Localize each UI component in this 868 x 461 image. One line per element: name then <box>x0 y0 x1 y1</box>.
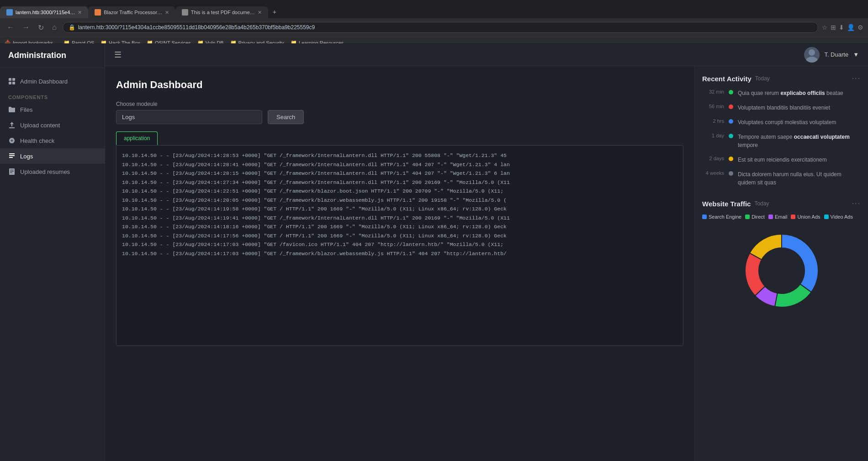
user-dropdown-icon: ▼ <box>853 51 859 58</box>
activity-dot <box>729 171 733 176</box>
activity-item: 2 daysEst sit eum reiciendis exercitatio… <box>702 156 861 164</box>
browser-tab-3[interactable]: This is a test PDF document… ✕ <box>175 6 268 18</box>
browser-tab-2[interactable]: Blazor Traffic Processor… ✕ <box>88 6 175 18</box>
sidebar: Administration Admin Dashboard COMPONENT… <box>0 43 105 461</box>
legend-item: Search Engine <box>702 214 741 220</box>
donut-svg <box>736 225 827 316</box>
tab-icon-3 <box>182 9 188 16</box>
legend-color <box>702 215 707 219</box>
logs-label: Logs <box>20 153 33 160</box>
traffic-title: Website Traffic <box>702 200 751 208</box>
resumes-label: Uploaded resumes <box>20 168 70 175</box>
svg-rect-0 <box>9 78 11 81</box>
legend-label: Union Ads <box>797 214 820 220</box>
sidebar-item-resumes[interactable]: Uploaded resumes <box>0 164 105 179</box>
module-row: Search <box>116 110 683 124</box>
sidebar-item-admin-dashboard[interactable]: Admin Dashboard <box>0 73 105 89</box>
activity-subtitle: Today <box>755 75 770 82</box>
refresh-button[interactable]: ↻ <box>36 22 46 33</box>
svg-rect-2 <box>9 82 11 84</box>
browser-address-bar: ← → ↻ ⌂ 🔒 lantern.htb:3000/?115e4304a1cc… <box>0 18 868 37</box>
url-bar[interactable]: 🔒 lantern.htb:3000/?115e4304a1ccbe850955… <box>63 22 818 33</box>
activity-time: 2 days <box>702 156 724 161</box>
activity-text: Est sit eum reiciendis exercitationem <box>738 156 827 164</box>
back-button[interactable]: ← <box>5 22 16 32</box>
user-menu[interactable]: T. Duarte ▼ <box>804 47 859 63</box>
log-entry: 10.10.14.50 - - [23/Aug/2024:14:28:41 +0… <box>122 160 677 169</box>
content-right: Recent Activity Today ··· 32 minQuia qua… <box>694 66 868 461</box>
resumes-icon <box>8 168 16 175</box>
log-entry: 10.10.14.50 - - [23/Aug/2024:14:17:03 +0… <box>122 249 677 258</box>
hamburger-icon[interactable]: ☰ <box>114 50 122 60</box>
legend-item: Video Ads <box>824 214 853 220</box>
activity-time: 56 min <box>702 104 724 109</box>
new-tab-button[interactable]: + <box>268 5 281 18</box>
download-icon[interactable]: ⬇ <box>839 24 844 31</box>
tab-close-1[interactable]: ✕ <box>78 10 82 16</box>
activity-dot <box>729 134 733 138</box>
log-tab-application[interactable]: application <box>116 131 158 145</box>
legend-color <box>791 215 795 219</box>
search-button[interactable]: Search <box>268 110 304 124</box>
app-title: Administration <box>0 43 105 68</box>
tab-close-2[interactable]: ✕ <box>165 10 169 16</box>
avatar <box>804 47 820 63</box>
donut-chart <box>702 225 861 316</box>
recent-activity-section: Recent Activity Today ··· 32 minQuia qua… <box>702 74 861 187</box>
browser-chrome: lantern.htb:3000/?115e4… ✕ Blazor Traffi… <box>0 0 868 43</box>
settings-icon[interactable]: ⚙ <box>857 24 863 31</box>
health-label: Health check <box>20 137 54 144</box>
log-entry: 10.10.14.50 - - [23/Aug/2024:14:20:05 +0… <box>122 196 677 205</box>
profile-icon[interactable]: 👤 <box>847 24 855 31</box>
dashboard-icon <box>8 78 16 85</box>
avatar-image <box>804 47 820 63</box>
activity-dot <box>729 105 733 109</box>
tab-icon-1 <box>6 9 13 16</box>
recent-activity-header: Recent Activity Today ··· <box>702 74 861 83</box>
svg-rect-1 <box>12 78 15 81</box>
sidebar-item-files[interactable]: Files <box>0 102 105 117</box>
activity-time: 4 weeks <box>702 170 724 176</box>
extension-icon[interactable]: ⊞ <box>831 24 836 31</box>
module-input[interactable] <box>116 110 262 124</box>
sidebar-item-logs[interactable]: Logs <box>0 148 105 164</box>
activity-item: 1 dayTempore autem saepe occaecati volup… <box>702 133 861 149</box>
legend-label: Email <box>775 214 788 220</box>
legend-item: Direct <box>745 214 765 220</box>
app: Administration Admin Dashboard COMPONENT… <box>0 43 868 461</box>
tab-icon-2 <box>95 9 101 16</box>
legend-label: Video Ads <box>831 214 853 220</box>
sidebar-item-health[interactable]: Health check <box>0 133 105 148</box>
legend-item: Union Ads <box>791 214 820 220</box>
log-entry: 10.10.14.50 - - [23/Aug/2024:14:17:56 +0… <box>122 231 677 241</box>
activity-item: 56 minVoluptatem blanditiis blanditiis e… <box>702 104 861 112</box>
log-entry: 10.10.14.50 - - [23/Aug/2024:14:28:15 +0… <box>122 169 677 178</box>
module-label: Choose modeule <box>116 101 683 107</box>
traffic-menu-dots[interactable]: ··· <box>852 199 861 208</box>
sidebar-section-components: COMPONENTS <box>0 89 105 102</box>
activity-item: 2 hrsVoluptates corrupti molestias volup… <box>702 118 861 126</box>
health-icon <box>8 137 16 144</box>
activity-text: Voluptatem blanditiis blanditiis eveniet <box>738 104 830 112</box>
log-viewer[interactable]: 10.10.14.50 - - [23/Aug/2024:14:28:53 +0… <box>116 145 683 346</box>
content-left: Admin Dashboard Choose modeule Search ap… <box>105 66 694 461</box>
logs-icon <box>8 152 16 160</box>
browser-tab-1[interactable]: lantern.htb:3000/?115e4… ✕ <box>0 6 88 18</box>
forward-button[interactable]: → <box>20 22 32 32</box>
home-button[interactable]: ⌂ <box>50 22 59 32</box>
star-icon[interactable]: ☆ <box>822 24 828 31</box>
svg-point-5 <box>806 57 818 63</box>
log-entry: 10.10.14.50 - - [23/Aug/2024:14:22:51 +0… <box>122 187 677 196</box>
activity-time: 1 day <box>702 133 724 138</box>
log-tab-bar: application <box>116 131 683 145</box>
log-entry: 10.10.14.50 - - [23/Aug/2024:14:17:03 +0… <box>122 240 677 249</box>
activity-menu-dots[interactable]: ··· <box>852 74 861 83</box>
tab-close-3[interactable]: ✕ <box>258 10 262 16</box>
tab-label-2: Blazor Traffic Processor… <box>104 10 162 15</box>
activity-text: Voluptates corrupti molestias voluptatem <box>738 118 836 126</box>
activity-title: Recent Activity <box>702 75 752 83</box>
donut-center <box>760 249 804 293</box>
sidebar-item-upload[interactable]: Upload content <box>0 117 105 133</box>
activity-list: 32 minQuia quae rerum explicabo officiis… <box>702 89 861 187</box>
browser-action-icons: ☆ ⊞ ⬇ 👤 ⚙ <box>822 24 863 31</box>
